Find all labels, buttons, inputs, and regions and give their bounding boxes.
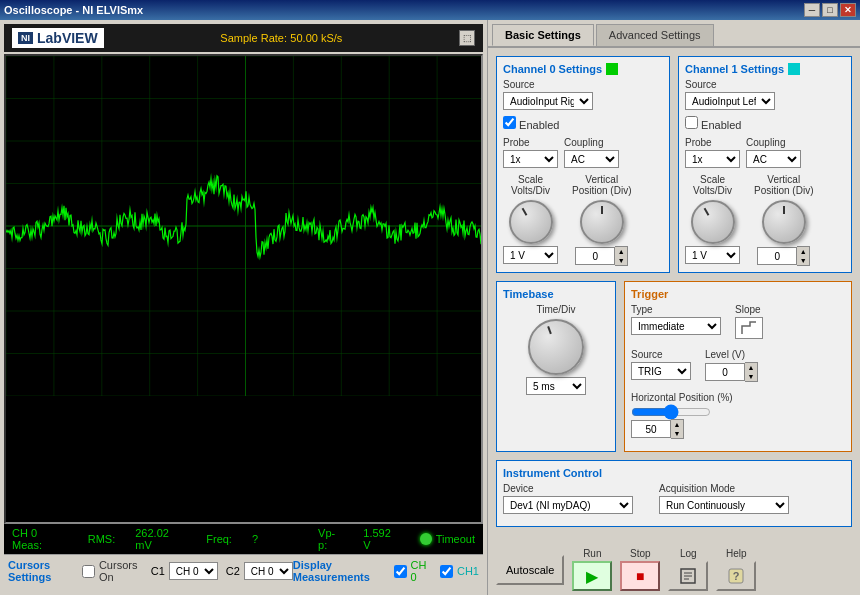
horiz-pos-up[interactable]: ▲	[671, 420, 683, 429]
ch1-vpos-input[interactable]	[757, 247, 797, 265]
trigger-source-select[interactable]: TRIG	[631, 362, 691, 380]
help-label: Help	[726, 548, 747, 559]
acq-mode-select[interactable]: Run Continuously Single	[659, 496, 789, 514]
trigger-type-select[interactable]: Immediate Digital Edge Analog Edge	[631, 317, 721, 335]
ch1-scale-knob[interactable]	[691, 200, 735, 244]
ch0-scale-select[interactable]: 1 V500 mV2 V	[503, 246, 558, 264]
ch0-scale-label: ScaleVolts/Div	[511, 174, 550, 196]
help-button[interactable]: ?	[716, 561, 756, 591]
horiz-pos-input[interactable]	[631, 420, 671, 438]
ch0-probe-select[interactable]: 1x2x10x	[503, 150, 558, 168]
timebase-select[interactable]: 5 ms1 ms10 ms	[526, 377, 586, 395]
stop-button[interactable]: ■	[620, 561, 660, 591]
ch1-probe-select[interactable]: 1x2x10x	[685, 150, 740, 168]
ni-badge: NI	[18, 32, 33, 44]
trigger-level-input[interactable]	[705, 363, 745, 381]
rms-value: 262.02 mV	[135, 527, 186, 551]
tab-basic[interactable]: Basic Settings	[492, 24, 594, 46]
ch0-coupling-select[interactable]: ACDC	[564, 150, 619, 168]
ch1-display-label: CH1	[457, 565, 479, 577]
ch1-scale-select[interactable]: 1 V500 mV2 V	[685, 246, 740, 264]
instrument-box: Instrument Control Device Dev1 (NI myDAQ…	[496, 460, 852, 527]
timebase-knob[interactable]	[528, 319, 584, 375]
log-button[interactable]	[668, 561, 708, 591]
device-select[interactable]: Dev1 (NI myDAQ)	[503, 496, 633, 514]
trigger-source-level: Source TRIG Level (V) ▲ ▼	[631, 349, 845, 388]
ch1-vpos-knob[interactable]	[762, 200, 806, 244]
cursors-on-label: Cursors On	[99, 559, 141, 583]
trigger-type-group: Type Immediate Digital Edge Analog Edge	[631, 304, 721, 339]
slope-icon	[740, 320, 758, 336]
close-button[interactable]: ✕	[840, 3, 856, 17]
horiz-pos-down[interactable]: ▼	[671, 429, 683, 438]
channel0-title-text: Channel 0 Settings	[503, 63, 602, 75]
sample-rate-value: 50.00 kS/s	[290, 32, 342, 44]
expand-button[interactable]: ⬚	[459, 30, 475, 46]
horiz-pos-spinner-btns: ▲ ▼	[671, 419, 684, 439]
stop-label: Stop	[630, 548, 651, 559]
stop-icon: ■	[636, 568, 644, 584]
ch1-enabled-checkbox[interactable]	[685, 116, 698, 129]
ch1-scale-knob-container: ScaleVolts/Div 1 V500 mV2 V	[685, 174, 740, 266]
trigger-level-up[interactable]: ▲	[745, 363, 757, 372]
cursors-on-checkbox[interactable]	[82, 565, 95, 578]
run-icon: ▶	[586, 567, 598, 586]
trigger-level-spinner-btns: ▲ ▼	[745, 362, 758, 382]
ch0-scale-knob[interactable]	[509, 200, 553, 244]
ch1-source-label: Source	[685, 79, 845, 90]
title-bar-buttons: ─ □ ✕	[804, 3, 856, 17]
ch0-source-select[interactable]: AudioInput Right AudioInput Left	[503, 92, 593, 110]
ch0-vpos-down[interactable]: ▼	[615, 256, 627, 265]
tab-advanced[interactable]: Advanced Settings	[596, 24, 714, 46]
ch1-coupling-select[interactable]: ACDC	[746, 150, 801, 168]
ch1-display-checkbox[interactable]	[440, 565, 453, 578]
stop-button-group: Stop ■	[620, 548, 660, 591]
acq-mode-group: Acquisition Mode Run Continuously Single	[659, 483, 789, 514]
ch0-vpos-up[interactable]: ▲	[615, 247, 627, 256]
window-title: Oscilloscope - NI ELVISmx	[4, 4, 143, 16]
channel0-box: Channel 0 Settings Source AudioInput Rig…	[496, 56, 670, 273]
ch0-enabled-label: Enabled	[519, 119, 559, 131]
trigger-level-down[interactable]: ▼	[745, 372, 757, 381]
ch0-vpos-knob-container: VerticalPosition (Div) ▲ ▼	[572, 174, 631, 266]
labview-logo: NI LabVIEW	[12, 28, 104, 48]
ch0-vpos-input[interactable]	[575, 247, 615, 265]
c2-select[interactable]: CH 0 CH 1	[244, 562, 293, 580]
channel1-box: Channel 1 Settings Source AudioInput Lef…	[678, 56, 852, 273]
title-bar: Oscilloscope - NI ELVISmx ─ □ ✕	[0, 0, 860, 20]
trigger-level-label: Level (V)	[705, 349, 758, 360]
c2-label: C2	[226, 565, 240, 577]
run-button[interactable]: ▶	[572, 561, 612, 591]
ch1-vpos-up[interactable]: ▲	[797, 247, 809, 256]
c1-select[interactable]: CH 0 CH 1	[169, 562, 218, 580]
ch0-enabled-group: Enabled	[503, 116, 663, 131]
ch1-scale-spinner: 1 V500 mV2 V	[685, 246, 740, 264]
autoscale-button[interactable]: Autoscale	[496, 555, 564, 585]
minimize-button[interactable]: ─	[804, 3, 820, 17]
trigger-source-group: Source TRIG	[631, 349, 691, 382]
sample-rate-display: Sample Rate: 50.00 kS/s	[220, 31, 342, 45]
display-section: Display Measurements CH 0 CH1	[293, 559, 479, 583]
ch0-enabled-checkbox[interactable]	[503, 116, 516, 129]
trigger-slope-button[interactable]	[735, 317, 763, 339]
ch0-probe-group: Probe 1x2x10x	[503, 137, 558, 168]
ch1-vpos-down[interactable]: ▼	[797, 256, 809, 265]
device-group: Device Dev1 (NI myDAQ)	[503, 483, 633, 514]
horiz-pos-slider[interactable]	[631, 405, 711, 419]
freq-label: Freq:	[206, 533, 232, 545]
horiz-pos-group: Horizontal Position (%) ▲ ▼	[631, 392, 845, 439]
maximize-button[interactable]: □	[822, 3, 838, 17]
ch1-probe-label: Probe	[685, 137, 740, 148]
ch0-source-label: Source	[503, 79, 663, 90]
ch1-source-select[interactable]: AudioInput Left AudioInput Right	[685, 92, 775, 110]
ch0-vpos-knob[interactable]	[580, 200, 624, 244]
ch0-vpos-spinner: ▲ ▼	[575, 246, 628, 266]
timeout-light	[420, 533, 432, 545]
run-label: Run	[583, 548, 601, 559]
log-label: Log	[680, 548, 697, 559]
labview-text: LabVIEW	[37, 30, 98, 46]
help-button-group: Help ?	[716, 548, 756, 591]
ch0-display-checkbox[interactable]	[394, 565, 407, 578]
osc-status-bar: CH 0 Meas: RMS: 262.02 mV Freq: ? Vp-p: …	[4, 524, 483, 554]
help-icon: ?	[727, 567, 745, 585]
